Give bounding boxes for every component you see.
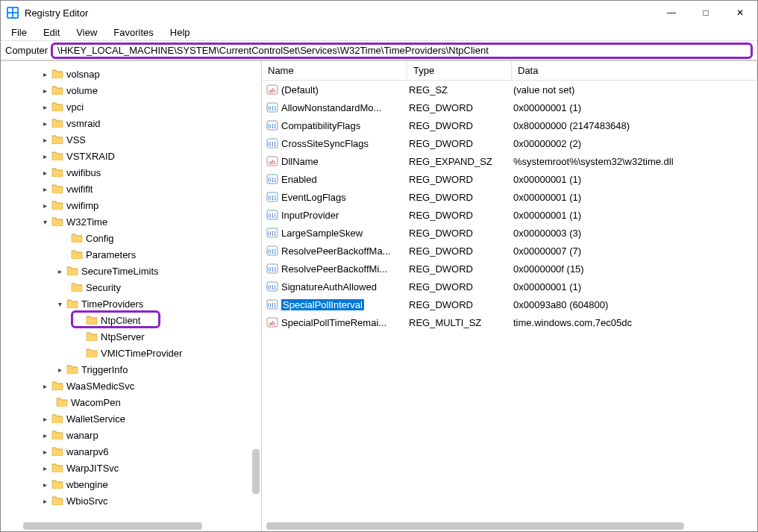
- menu-edit[interactable]: Edit: [36, 25, 67, 40]
- value-row[interactable]: 011LargeSampleSkewREG_DWORD0x00000003 (3…: [262, 224, 757, 242]
- list-horizontal-scrollbar[interactable]: [266, 522, 684, 530]
- chevron-right-icon[interactable]: ▸: [40, 497, 50, 505]
- registry-tree[interactable]: ▸volsnap▸volume▸vpci▸vsmraid▸VSS▸VSTXRAI…: [1, 61, 262, 531]
- tree-node[interactable]: ▸vwififlt: [1, 181, 261, 197]
- value-type: REG_DWORD: [409, 120, 513, 131]
- value-data: %systemroot%\system32\w32time.dll: [513, 156, 757, 167]
- menu-favorites[interactable]: Favorites: [106, 25, 160, 40]
- tree-node[interactable]: Parameters: [1, 246, 261, 263]
- address-field-highlight: [51, 43, 753, 59]
- svg-text:011: 011: [268, 266, 277, 273]
- svg-text:011: 011: [268, 105, 277, 112]
- tree-node[interactable]: NtpServer: [1, 328, 261, 345]
- value-row[interactable]: ab(Default)REG_SZ(value not set): [262, 81, 757, 98]
- tree-horizontal-scrollbar[interactable]: [23, 522, 202, 530]
- tree-node[interactable]: Config: [1, 230, 261, 246]
- address-input[interactable]: [57, 45, 746, 56]
- column-type[interactable]: Type: [407, 62, 512, 79]
- column-data[interactable]: Data: [512, 62, 757, 79]
- chevron-right-icon[interactable]: ▸: [40, 185, 50, 193]
- window-title: Registry Editor: [25, 7, 654, 19]
- binary-value-icon: 011: [266, 263, 278, 275]
- tree-node[interactable]: ▸volume: [1, 82, 261, 98]
- tree-node[interactable]: ▸vwifibus: [1, 164, 261, 181]
- chevron-right-icon[interactable]: ▸: [40, 481, 50, 489]
- tree-node[interactable]: ▸WarpJITSvc: [1, 460, 261, 476]
- value-name: LargeSampleSkew: [281, 228, 409, 239]
- value-row[interactable]: 011CrossSiteSyncFlagsREG_DWORD0x00000002…: [262, 134, 757, 152]
- value-row[interactable]: 011ResolvePeerBackoffMa...REG_DWORD0x000…: [262, 242, 757, 260]
- tree-node[interactable]: ▸volsnap: [1, 66, 261, 82]
- value-row[interactable]: 011InputProviderREG_DWORD0x00000001 (1): [262, 206, 757, 224]
- close-button[interactable]: ✕: [723, 1, 757, 25]
- chevron-right-icon[interactable]: ▸: [40, 448, 50, 456]
- maximize-button[interactable]: □: [689, 1, 723, 25]
- chevron-right-icon[interactable]: ▸: [54, 366, 65, 374]
- tree-node[interactable]: ▸TriggerInfo: [1, 361, 261, 378]
- menu-help[interactable]: Help: [163, 25, 198, 40]
- tree-vertical-scrollbar[interactable]: [252, 449, 260, 494]
- column-name[interactable]: Name: [262, 62, 407, 79]
- tree-node[interactable]: WacomPen: [1, 394, 261, 410]
- value-name: Enabled: [281, 174, 409, 185]
- tree-node[interactable]: ▸vwifimp: [1, 197, 261, 213]
- tree-node[interactable]: ▸WaaSMedicSvc: [1, 378, 261, 394]
- value-list-body[interactable]: ab(Default)REG_SZ(value not set)011Allow…: [262, 81, 757, 531]
- folder-icon: [50, 84, 66, 97]
- tree-node-label: volume: [66, 85, 98, 96]
- value-row[interactable]: 011ResolvePeerBackoffMi...REG_DWORD0x000…: [262, 260, 757, 278]
- chevron-right-icon[interactable]: ▸: [40, 103, 50, 111]
- tree-node-label: WaaSMedicSvc: [66, 381, 134, 392]
- value-data: 0x00000001 (1): [513, 174, 757, 185]
- chevron-right-icon[interactable]: ▸: [40, 136, 50, 144]
- value-row[interactable]: 011SignatureAuthAllowedREG_DWORD0x000000…: [262, 278, 757, 295]
- chevron-right-icon[interactable]: ▸: [40, 70, 50, 78]
- folder-icon: [84, 314, 101, 327]
- chevron-right-icon[interactable]: ▸: [54, 267, 65, 275]
- chevron-right-icon[interactable]: ▸: [40, 169, 50, 177]
- value-type: REG_DWORD: [409, 102, 513, 113]
- chevron-down-icon[interactable]: ▾: [40, 218, 50, 226]
- value-type: REG_SZ: [409, 84, 513, 96]
- tree-node[interactable]: ▸WalletService: [1, 410, 261, 427]
- value-row[interactable]: 011CompatibilityFlagsREG_DWORD0x80000000…: [262, 116, 757, 134]
- svg-text:011: 011: [268, 123, 277, 130]
- value-row[interactable]: 011SpecialPollIntervalREG_DWORD0x00093a8…: [262, 295, 757, 313]
- tree-node[interactable]: ▸vpci: [1, 98, 261, 115]
- chevron-right-icon[interactable]: ▸: [40, 152, 50, 160]
- folder-icon: [69, 248, 86, 261]
- value-type: REG_MULTI_SZ: [409, 317, 513, 328]
- chevron-right-icon[interactable]: ▸: [40, 201, 50, 210]
- chevron-right-icon[interactable]: ▸: [40, 464, 50, 472]
- minimize-button[interactable]: —: [654, 1, 689, 25]
- value-row[interactable]: abDllNameREG_EXPAND_SZ%systemroot%\syste…: [262, 152, 757, 170]
- tree-node[interactable]: ▸vsmraid: [1, 115, 261, 131]
- chevron-right-icon[interactable]: ▸: [40, 415, 50, 423]
- tree-node[interactable]: ▾W32Time: [1, 213, 261, 230]
- value-row[interactable]: 011EnabledREG_DWORD0x00000001 (1): [262, 170, 757, 188]
- chevron-right-icon[interactable]: ▸: [40, 431, 50, 439]
- string-value-icon: ab: [266, 155, 278, 167]
- value-row[interactable]: 011EventLogFlagsREG_DWORD0x00000001 (1): [262, 188, 757, 206]
- menu-file[interactable]: File: [4, 25, 34, 40]
- folder-icon: [50, 413, 66, 425]
- tree-node[interactable]: ▸wanarp: [1, 427, 261, 443]
- tree-node[interactable]: ▾TimeProviders: [1, 295, 261, 312]
- tree-node[interactable]: ▸SecureTimeLimits: [1, 263, 261, 279]
- tree-node[interactable]: ▸VSS: [1, 131, 261, 148]
- chevron-right-icon[interactable]: ▸: [40, 382, 50, 390]
- tree-node[interactable]: VMICTimeProvider: [1, 345, 261, 361]
- value-row[interactable]: abSpecialPollTimeRemai...REG_MULTI_SZtim…: [262, 313, 757, 331]
- tree-node[interactable]: ▸VSTXRAID: [1, 148, 261, 164]
- value-row[interactable]: 011AllowNonstandardMo...REG_DWORD0x00000…: [262, 98, 757, 116]
- chevron-right-icon[interactable]: ▸: [40, 119, 50, 128]
- chevron-right-icon[interactable]: ▸: [40, 87, 50, 95]
- tree-node[interactable]: ▸wbengine: [1, 476, 261, 492]
- tree-node[interactable]: ▸wanarpv6: [1, 443, 261, 460]
- tree-node[interactable]: NtpClient: [1, 312, 261, 328]
- value-name: SpecialPollTimeRemai...: [281, 317, 409, 328]
- tree-node[interactable]: ▸WbioSrvc: [1, 492, 261, 509]
- tree-node[interactable]: Security: [1, 279, 261, 295]
- chevron-down-icon[interactable]: ▾: [54, 300, 65, 308]
- menu-view[interactable]: View: [69, 25, 104, 40]
